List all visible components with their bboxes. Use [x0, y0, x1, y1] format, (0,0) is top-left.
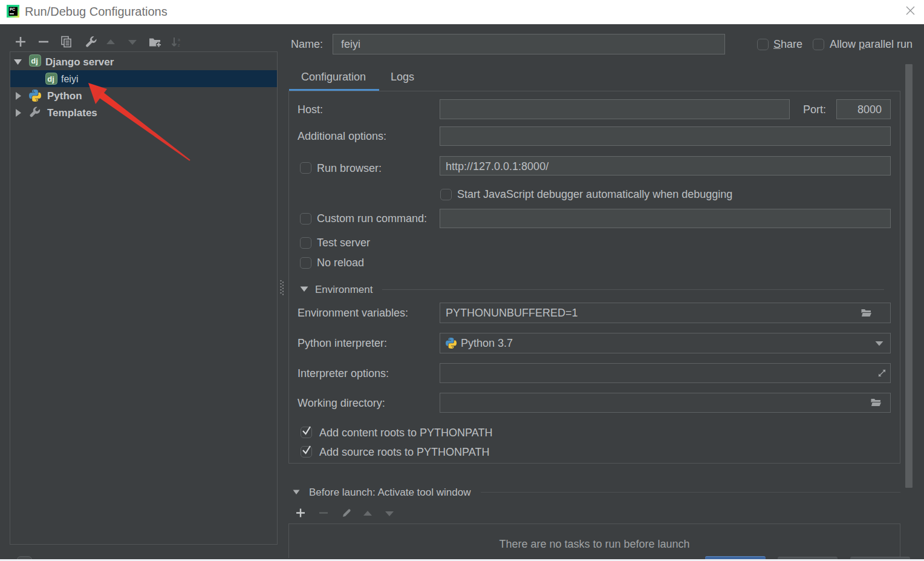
svg-text:a: a	[178, 38, 180, 42]
svg-text:z: z	[178, 43, 180, 47]
svg-text:dj: dj	[47, 74, 54, 84]
svg-text:dj: dj	[31, 56, 38, 65]
svg-text:PC: PC	[10, 7, 15, 11]
